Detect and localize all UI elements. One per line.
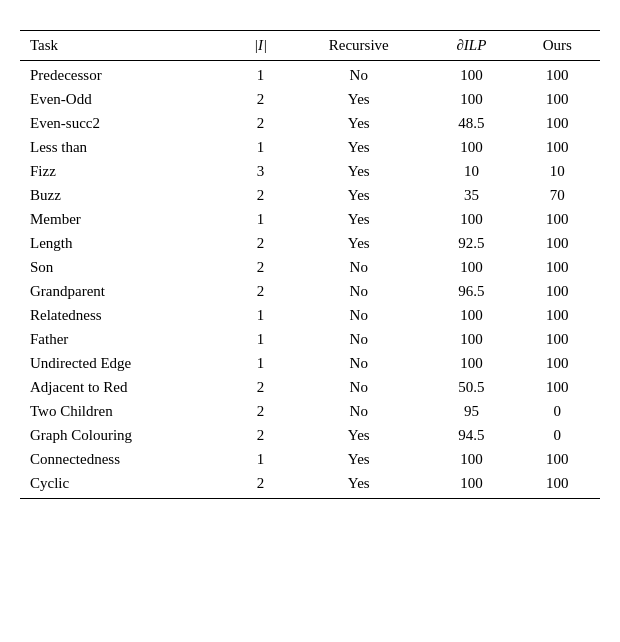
col-ours: Ours: [515, 31, 600, 61]
cell-ilp: 92.5: [428, 232, 515, 256]
col-i: |I|: [232, 31, 290, 61]
cell-ours: 70: [515, 184, 600, 208]
cell-recursive: No: [289, 376, 428, 400]
cell-ours: 100: [515, 61, 600, 88]
cell-recursive: No: [289, 352, 428, 376]
cell-i: 2: [232, 232, 290, 256]
cell-ilp: 100: [428, 61, 515, 88]
cell-i: 2: [232, 400, 290, 424]
cell-recursive: No: [289, 256, 428, 280]
cell-task: Fizz: [20, 160, 232, 184]
cell-i: 1: [232, 61, 290, 88]
table-row: Less than1Yes100100: [20, 136, 600, 160]
table-row: Two Children2No950: [20, 400, 600, 424]
cell-ours: 100: [515, 328, 600, 352]
table-row: Cyclic2Yes100100: [20, 472, 600, 499]
table-row: Adjacent to Red2No50.5100: [20, 376, 600, 400]
table-container: Task |I| Recursive ∂ILP Ours Predecessor…: [20, 20, 600, 509]
cell-ilp: 35: [428, 184, 515, 208]
cell-recursive: Yes: [289, 424, 428, 448]
table-row: Member1Yes100100: [20, 208, 600, 232]
cell-i: 1: [232, 304, 290, 328]
cell-ours: 100: [515, 304, 600, 328]
cell-ours: 100: [515, 256, 600, 280]
cell-ours: 10: [515, 160, 600, 184]
cell-recursive: Yes: [289, 184, 428, 208]
cell-i: 2: [232, 472, 290, 499]
cell-ours: 100: [515, 88, 600, 112]
table-row: Even-Odd2Yes100100: [20, 88, 600, 112]
cell-i: 2: [232, 256, 290, 280]
cell-task: Adjacent to Red: [20, 376, 232, 400]
cell-i: 2: [232, 184, 290, 208]
cell-ilp: 100: [428, 208, 515, 232]
cell-i: 2: [232, 424, 290, 448]
cell-task: Father: [20, 328, 232, 352]
cell-ilp: 48.5: [428, 112, 515, 136]
cell-i: 1: [232, 352, 290, 376]
cell-ours: 0: [515, 424, 600, 448]
cell-ilp: 100: [428, 352, 515, 376]
cell-task: Undirected Edge: [20, 352, 232, 376]
cell-task: Cyclic: [20, 472, 232, 499]
table-row: Even-succ22Yes48.5100: [20, 112, 600, 136]
cell-recursive: No: [289, 328, 428, 352]
cell-task: Two Children: [20, 400, 232, 424]
cell-i: 1: [232, 448, 290, 472]
cell-task: Length: [20, 232, 232, 256]
cell-i: 2: [232, 376, 290, 400]
table-row: Relatedness1No100100: [20, 304, 600, 328]
cell-recursive: Yes: [289, 112, 428, 136]
table-row: Undirected Edge1No100100: [20, 352, 600, 376]
cell-ours: 100: [515, 376, 600, 400]
table-row: Predecessor1No100100: [20, 61, 600, 88]
cell-i: 1: [232, 208, 290, 232]
cell-task: Graph Colouring: [20, 424, 232, 448]
cell-task: Even-Odd: [20, 88, 232, 112]
cell-task: Even-succ2: [20, 112, 232, 136]
table-row: Grandparent2No96.5100: [20, 280, 600, 304]
cell-recursive: Yes: [289, 472, 428, 499]
cell-task: Less than: [20, 136, 232, 160]
cell-ours: 100: [515, 112, 600, 136]
cell-ours: 100: [515, 280, 600, 304]
cell-recursive: Yes: [289, 88, 428, 112]
cell-ilp: 100: [428, 304, 515, 328]
cell-ilp: 10: [428, 160, 515, 184]
cell-recursive: Yes: [289, 448, 428, 472]
col-task: Task: [20, 31, 232, 61]
cell-ilp: 94.5: [428, 424, 515, 448]
cell-task: Buzz: [20, 184, 232, 208]
cell-ours: 100: [515, 208, 600, 232]
cell-i: 1: [232, 328, 290, 352]
cell-ours: 100: [515, 136, 600, 160]
header-row: Task |I| Recursive ∂ILP Ours: [20, 31, 600, 61]
cell-task: Connectedness: [20, 448, 232, 472]
table-row: Father1No100100: [20, 328, 600, 352]
cell-ours: 0: [515, 400, 600, 424]
cell-task: Son: [20, 256, 232, 280]
cell-i: 1: [232, 136, 290, 160]
table-row: Length2Yes92.5100: [20, 232, 600, 256]
cell-recursive: Yes: [289, 136, 428, 160]
table-row: Son2No100100: [20, 256, 600, 280]
cell-recursive: Yes: [289, 232, 428, 256]
cell-ours: 100: [515, 448, 600, 472]
table-row: Graph Colouring2Yes94.50: [20, 424, 600, 448]
cell-recursive: No: [289, 400, 428, 424]
cell-ilp: 50.5: [428, 376, 515, 400]
cell-ilp: 96.5: [428, 280, 515, 304]
cell-recursive: No: [289, 304, 428, 328]
table-row: Connectedness1Yes100100: [20, 448, 600, 472]
cell-i: 2: [232, 112, 290, 136]
table-row: Buzz2Yes3570: [20, 184, 600, 208]
cell-ilp: 100: [428, 256, 515, 280]
cell-task: Member: [20, 208, 232, 232]
cell-ours: 100: [515, 232, 600, 256]
cell-task: Grandparent: [20, 280, 232, 304]
results-table: Task |I| Recursive ∂ILP Ours Predecessor…: [20, 30, 600, 499]
cell-ilp: 100: [428, 88, 515, 112]
cell-ilp: 95: [428, 400, 515, 424]
cell-task: Predecessor: [20, 61, 232, 88]
cell-recursive: Yes: [289, 208, 428, 232]
